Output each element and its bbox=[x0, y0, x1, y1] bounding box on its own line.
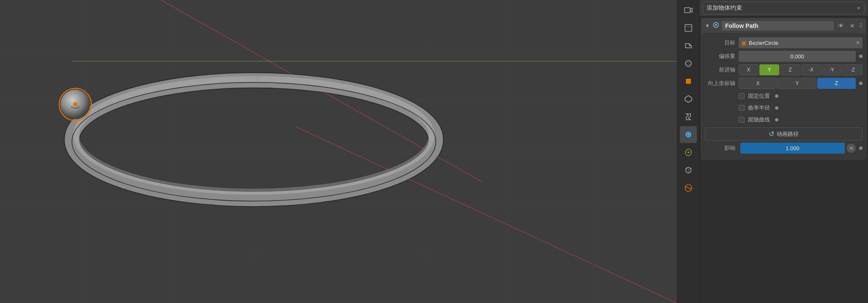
fixed-position-area: 固定位置 bbox=[739, 92, 863, 100]
influence-dot bbox=[859, 146, 863, 150]
animate-path-label: 动画路径 bbox=[777, 130, 799, 138]
curve-radius-checkbox[interactable] bbox=[739, 105, 745, 111]
target-label: 目标 bbox=[705, 39, 739, 47]
forward-axis-neg-y-btn[interactable]: -Y bbox=[822, 64, 842, 75]
chevron-down-icon: ▼ bbox=[857, 6, 861, 11]
drag-handle-icon[interactable]: ⠿ bbox=[859, 23, 863, 29]
curve-radius-dot bbox=[775, 106, 778, 110]
add-constraint-row: 添加物体约束 ▼ bbox=[699, 0, 868, 17]
output-icon-btn[interactable] bbox=[680, 37, 697, 54]
offset-field[interactable]: 0.000 bbox=[739, 51, 856, 62]
forward-axis-value: X Y Z -X -Y -Z bbox=[739, 64, 863, 75]
influence-row: 影响 1.000 ✕ bbox=[705, 142, 863, 154]
curve-radius-label: 曲率半径 bbox=[748, 104, 770, 112]
constraint-body: 目标 ▣ BezierCircle ✕ 偏移量 0.000 bbox=[701, 33, 866, 159]
curve-radius-area: 曲率半径 bbox=[739, 104, 863, 112]
constraint-name-field[interactable]: Follow Path bbox=[722, 21, 834, 30]
modifier-icon-btn[interactable] bbox=[680, 108, 697, 125]
up-axis-z-btn[interactable]: Z bbox=[817, 78, 856, 89]
forward-axis-neg-x-btn[interactable]: -X bbox=[801, 64, 821, 75]
svg-point-31 bbox=[688, 152, 689, 153]
shader-icon-btn[interactable] bbox=[680, 179, 697, 196]
target-name: BezierCircle bbox=[749, 40, 853, 46]
svg-point-22 bbox=[73, 102, 77, 107]
properties-panel: 添加物体约束 ▼ ▼ Follow Path 👁 ✕ ⠿ 目标 bbox=[699, 0, 868, 303]
fixed-position-checkbox[interactable] bbox=[739, 93, 745, 99]
visibility-toggle-icon[interactable]: 👁 bbox=[836, 22, 846, 30]
svg-point-34 bbox=[715, 24, 717, 26]
follow-curve-area: 跟随曲线 bbox=[739, 116, 863, 124]
collapse-chevron-icon[interactable]: ▼ bbox=[705, 23, 710, 29]
forward-axis-group: X Y Z -X -Y -Z bbox=[739, 64, 863, 75]
up-axis-value: X Y Z bbox=[739, 78, 863, 89]
svg-rect-27 bbox=[686, 79, 691, 84]
follow-path-constraint: ▼ Follow Path 👁 ✕ ⠿ 目标 ▣ BezierCircle bbox=[701, 18, 866, 160]
up-axis-group: X Y Z bbox=[739, 78, 856, 89]
scene-properties-icon-btn[interactable] bbox=[680, 73, 697, 90]
forward-axis-row: 前进轴 X Y Z -X -Y -Z bbox=[705, 64, 863, 76]
add-constraint-label: 添加物体约束 bbox=[707, 4, 742, 12]
svg-point-26 bbox=[685, 62, 691, 65]
follow-curve-row: 跟随曲线 bbox=[705, 115, 863, 125]
forward-axis-z-btn[interactable]: Z bbox=[780, 64, 800, 75]
follow-curve-checkbox[interactable] bbox=[739, 117, 745, 123]
add-constraint-dropdown[interactable]: 添加物体约束 ▼ bbox=[703, 2, 865, 14]
curve-radius-row: 曲率半径 bbox=[705, 103, 863, 113]
remove-constraint-icon[interactable]: ✕ bbox=[848, 22, 857, 30]
constraints-icon-btn[interactable] bbox=[680, 126, 697, 143]
offset-value-area: 0.000 bbox=[739, 51, 863, 62]
follow-curve-dot bbox=[775, 118, 778, 121]
target-row: 目标 ▣ BezierCircle ✕ bbox=[705, 37, 863, 49]
offset-keyframe-dot bbox=[859, 55, 863, 58]
up-axis-row: 向上坐标轴 X Y Z bbox=[705, 77, 863, 89]
up-axis-dot bbox=[859, 82, 863, 85]
animate-path-button[interactable]: ↺ 动画路径 bbox=[705, 127, 863, 140]
constraint-type-icon bbox=[712, 22, 719, 30]
svg-point-30 bbox=[688, 134, 689, 135]
target-field[interactable]: ▣ BezierCircle ✕ bbox=[739, 37, 863, 48]
view-layer-icon-btn[interactable] bbox=[680, 55, 697, 72]
influence-field[interactable]: 1.000 bbox=[740, 143, 845, 154]
clear-target-button[interactable]: ✕ bbox=[856, 40, 860, 46]
viewport-3d[interactable] bbox=[0, 0, 677, 303]
up-axis-x-btn[interactable]: X bbox=[739, 78, 777, 89]
svg-rect-24 bbox=[685, 25, 692, 31]
fixed-position-dot bbox=[775, 94, 778, 98]
scene-camera-icon-btn[interactable] bbox=[680, 2, 697, 19]
follow-curve-label: 跟随曲线 bbox=[748, 116, 770, 124]
fixed-position-row: 固定位置 bbox=[705, 91, 863, 101]
up-axis-label: 向上坐标轴 bbox=[705, 80, 739, 87]
mesh-icon: ▣ bbox=[741, 40, 746, 46]
fixed-position-label: 固定位置 bbox=[748, 92, 770, 100]
particles-icon-btn[interactable] bbox=[680, 144, 697, 161]
render-properties-icon-btn[interactable] bbox=[680, 19, 697, 36]
svg-rect-23 bbox=[685, 8, 690, 13]
offset-row: 偏移量 0.000 bbox=[705, 50, 863, 62]
forward-axis-neg-z-btn[interactable]: -Z bbox=[843, 64, 863, 75]
target-value: ▣ BezierCircle ✕ bbox=[739, 37, 863, 48]
forward-axis-label: 前进轴 bbox=[705, 66, 739, 74]
svg-point-25 bbox=[685, 61, 691, 66]
forward-axis-y-btn[interactable]: Y bbox=[759, 64, 779, 75]
physics-icon-btn[interactable] bbox=[680, 162, 697, 179]
sidebar-icon-strip bbox=[677, 0, 699, 303]
object-properties-icon-btn[interactable] bbox=[680, 91, 697, 107]
constraint-header: ▼ Follow Path 👁 ✕ ⠿ bbox=[701, 19, 866, 33]
clear-influence-button[interactable]: ✕ bbox=[846, 143, 856, 153]
animate-icon: ↺ bbox=[769, 130, 774, 138]
up-axis-y-btn[interactable]: Y bbox=[778, 78, 816, 89]
influence-label: 影响 bbox=[705, 144, 739, 152]
forward-axis-x-btn[interactable]: X bbox=[739, 64, 759, 75]
offset-label: 偏移量 bbox=[705, 52, 739, 60]
